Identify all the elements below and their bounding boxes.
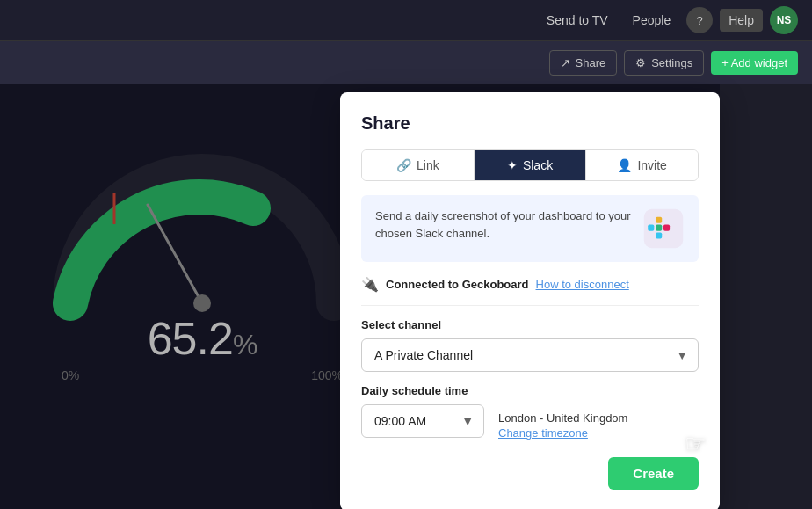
- share-label: Share: [576, 56, 606, 69]
- channel-select[interactable]: A Private Channel: [361, 338, 699, 372]
- svg-rect-6: [663, 225, 670, 231]
- settings-label: Settings: [651, 56, 692, 69]
- select-channel-label: Select channel: [361, 318, 699, 331]
- add-widget-label: + Add widget: [721, 56, 787, 69]
- time-row: 09:00 AM ▼ London - United Kingdom Chang…: [361, 404, 699, 440]
- tab-slack[interactable]: ✦ Slack: [475, 150, 587, 180]
- slack-icon: ✦: [507, 158, 518, 172]
- tab-invite[interactable]: 👤 Invite: [586, 150, 698, 180]
- send-to-tv-link[interactable]: Send to TV: [538, 8, 617, 33]
- modal-overlay: Share 🔗 Link ✦ Slack 👤 Invite Send a dai…: [0, 84, 812, 509]
- settings-icon: ⚙: [635, 56, 646, 69]
- modal-title: Share: [361, 113, 699, 134]
- help-btn[interactable]: Help: [720, 9, 763, 32]
- svg-rect-8: [656, 232, 662, 238]
- connected-icon: 🔌: [361, 276, 379, 293]
- schedule-label: Daily schedule time: [361, 384, 699, 397]
- time-select[interactable]: 09:00 AM: [361, 404, 484, 438]
- connected-text: Connected to Geckoboard: [386, 278, 529, 291]
- create-btn-row: Create: [361, 457, 699, 490]
- create-button[interactable]: Create: [608, 457, 699, 490]
- info-box: Send a daily screenshot of your dashboar…: [361, 195, 699, 262]
- share-icon: ↗: [561, 56, 570, 69]
- link-icon: 🔗: [396, 158, 411, 172]
- info-text: Send a daily screenshot of your dashboar…: [375, 207, 632, 242]
- slack-logo: [642, 207, 685, 250]
- top-nav: Send to TV People ? Help NS: [0, 0, 812, 41]
- avatar[interactable]: NS: [770, 6, 798, 34]
- timezone-info: London - United Kingdom Change timezone: [498, 404, 627, 440]
- connected-row: 🔌 Connected to Geckoboard How to disconn…: [361, 276, 699, 306]
- svg-rect-7: [656, 217, 662, 223]
- time-select-wrapper: 09:00 AM ▼: [361, 404, 484, 438]
- help-icon-btn[interactable]: ?: [686, 7, 713, 33]
- invite-icon: 👤: [617, 158, 632, 172]
- timezone-name: London - United Kingdom: [498, 411, 627, 425]
- tab-invite-label: Invite: [637, 158, 666, 172]
- change-timezone-link[interactable]: Change timezone: [498, 426, 627, 440]
- settings-button[interactable]: ⚙ Settings: [624, 50, 704, 76]
- share-button[interactable]: ↗ Share: [549, 50, 618, 76]
- people-link[interactable]: People: [624, 8, 680, 33]
- help-label: Help: [729, 13, 754, 27]
- disconnect-link[interactable]: How to disconnect: [536, 278, 629, 291]
- share-modal: Share 🔗 Link ✦ Slack 👤 Invite Send a dai…: [340, 92, 720, 509]
- tab-slack-label: Slack: [523, 158, 553, 172]
- channel-select-wrapper: A Private Channel ▼: [361, 338, 699, 372]
- tab-link-label: Link: [417, 158, 439, 172]
- tab-link[interactable]: 🔗 Link: [362, 150, 475, 180]
- add-widget-button[interactable]: + Add widget: [711, 51, 798, 75]
- svg-rect-4: [648, 225, 654, 231]
- sub-nav: ↗ Share ⚙ Settings + Add widget: [0, 41, 812, 84]
- tab-row: 🔗 Link ✦ Slack 👤 Invite: [361, 149, 699, 181]
- svg-rect-5: [656, 225, 662, 231]
